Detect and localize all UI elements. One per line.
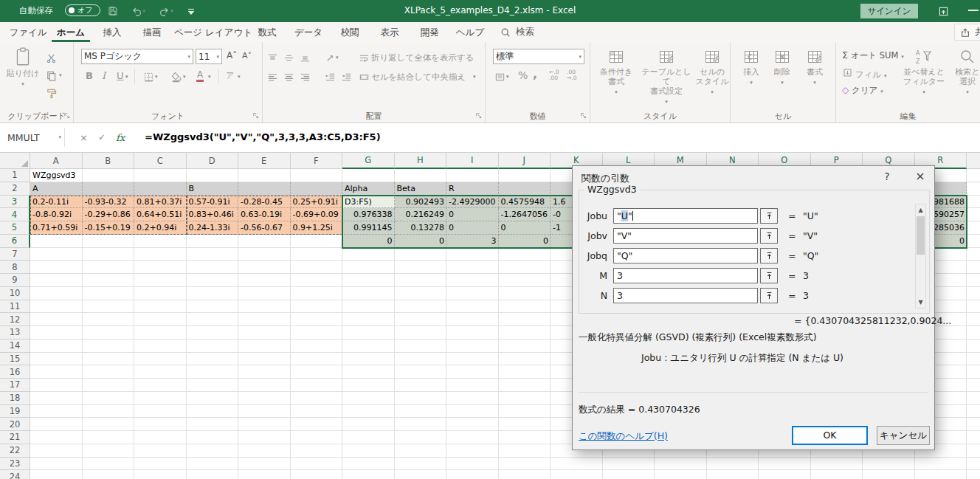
phonetic-dropdown-icon[interactable]: ▾ [238,74,241,80]
cell-E9[interactable] [238,274,291,287]
borders-icon[interactable] [142,70,155,83]
cell-I9[interactable] [446,274,499,287]
cell-S1[interactable] [967,169,980,182]
cell-F8[interactable] [291,261,343,274]
cell-D20[interactable] [187,418,239,431]
cell-D14[interactable] [187,340,239,353]
cell-A10[interactable] [30,287,83,300]
cell-I15[interactable] [446,353,499,366]
cell-B18[interactable] [83,392,135,405]
align-left-icon[interactable] [266,70,279,83]
cell-S22[interactable] [967,444,980,458]
cell-I8[interactable] [446,261,499,274]
cell-C21[interactable] [134,431,187,444]
cell-A24[interactable] [30,470,83,479]
row-header-5[interactable]: 5 [0,221,30,235]
cell-J2[interactable] [499,182,551,196]
cell-J18[interactable] [499,392,551,405]
insert-function-icon[interactable]: fx [116,132,125,143]
cell-A19[interactable] [30,405,83,418]
cell-H7[interactable] [395,248,447,261]
cell-E4[interactable]: 0.63-0.19i [238,208,291,221]
sign-in-button[interactable]: サインイン [860,4,918,18]
cell-I22[interactable] [446,444,499,458]
cell-S8[interactable] [967,261,980,274]
row-header-4[interactable]: 4 [0,208,30,221]
cell-I18[interactable] [446,392,499,405]
cell-B6[interactable] [83,235,135,248]
conditional-formatting-button[interactable]: 条件付き 書式▾ [595,48,638,96]
scroll-thumb[interactable] [917,216,925,255]
cell-F6[interactable] [291,235,343,248]
cell-J21[interactable] [499,431,551,444]
cell-A4[interactable]: -0.8-0.92i [30,208,83,221]
cell-B21[interactable] [83,431,135,444]
cell-A15[interactable] [30,353,83,366]
cell-G20[interactable] [342,418,395,431]
tab-developer[interactable]: 開発 [410,22,449,42]
font-color-dropdown-icon[interactable]: ▾ [208,74,211,80]
shrink-font-button[interactable]: A˅ [242,51,252,61]
cell-B3[interactable]: -0.93-0.32 [83,196,135,209]
cell-H14[interactable] [395,340,447,353]
cell-C23[interactable] [134,458,187,471]
cell-J12[interactable] [499,313,551,326]
cell-B2[interactable] [83,182,135,196]
cell-G12[interactable] [342,313,395,326]
cell-F9[interactable] [291,274,343,287]
font-size-combo[interactable]: 11▾ [196,49,222,64]
cell-E6[interactable] [238,235,291,248]
cell-F12[interactable] [291,313,343,326]
copy-dropdown-icon[interactable]: ▾ [59,72,62,78]
cell-J9[interactable] [499,274,551,287]
cell-H18[interactable] [395,392,447,405]
insert-cells-button[interactable]: 挿入▾ [736,48,766,86]
cell-B24[interactable] [83,470,135,479]
cell-M23[interactable] [655,458,707,471]
cell-H11[interactable] [395,300,447,314]
delete-cells-button[interactable]: 削除▾ [767,48,797,86]
cell-I14[interactable] [446,340,499,353]
cell-G14[interactable] [342,340,395,353]
cell-H21[interactable] [395,431,447,444]
cell-E15[interactable] [238,353,291,366]
cell-D21[interactable] [187,431,239,444]
cell-D2[interactable]: B [187,182,239,196]
cell-H17[interactable] [395,379,447,392]
cell-C16[interactable] [134,365,187,379]
param-input-n[interactable]: 3 [613,288,758,303]
cell-E5[interactable]: -0.56-0.67 [238,221,291,235]
cell-E7[interactable] [238,248,291,261]
cell-B12[interactable] [83,313,135,326]
cell-E21[interactable] [238,431,291,444]
font-color-icon[interactable]: A [196,69,204,82]
cell-S5[interactable] [967,221,980,235]
cell-H2[interactable]: Beta [395,182,447,196]
cell-H9[interactable] [395,274,447,287]
cell-J13[interactable] [499,326,551,340]
cell-G19[interactable] [342,405,395,418]
share-button[interactable]: 共有 [954,24,980,41]
row-header-10[interactable]: 10 [0,287,30,300]
cell-F11[interactable] [291,300,343,314]
row-header-23[interactable]: 23 [0,458,30,471]
cell-I3[interactable]: -2.4929000 [446,196,499,209]
cell-A1[interactable]: WZggsvd3 [30,169,83,182]
cell-J23[interactable] [499,458,551,471]
wrap-text-icon[interactable] [357,51,370,64]
row-header-21[interactable]: 21 [0,431,30,444]
cell-S24[interactable] [967,470,980,479]
cell-G6[interactable]: 0 [342,235,395,248]
cell-J5[interactable]: 0 [499,221,551,235]
cell-J14[interactable] [499,340,551,353]
cell-I17[interactable] [446,379,499,392]
cell-G5[interactable]: 0.991145 [342,221,395,235]
fill-color-icon[interactable] [170,70,183,83]
cell-S9[interactable] [967,274,980,287]
cell-A3[interactable]: 0.2-0.11i [30,196,83,209]
cut-icon[interactable] [44,51,58,64]
cell-A20[interactable] [30,418,83,431]
tab-page-layout[interactable]: ページ レイアウト [173,22,246,42]
number-dialog-launcher-icon[interactable] [579,111,588,120]
cell-H13[interactable] [395,326,447,340]
